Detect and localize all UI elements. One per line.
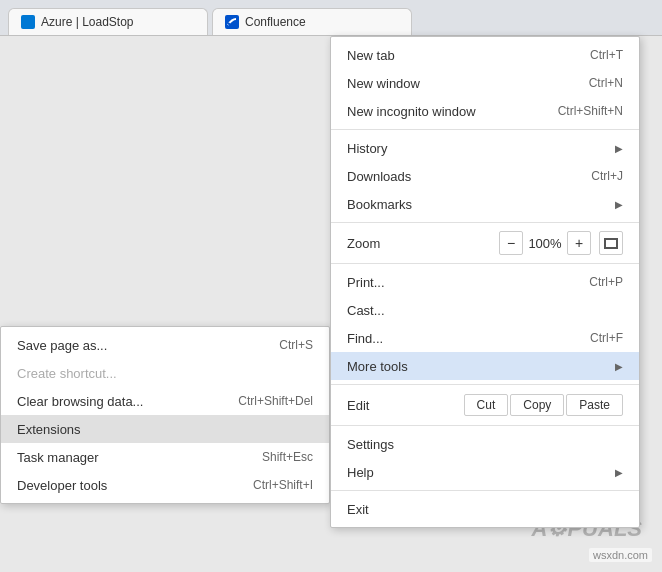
zoom-fullscreen-button[interactable] [599,231,623,255]
fullscreen-icon [604,238,618,249]
browser-tab-bar: Azure | LoadStop Confluence [0,0,662,36]
extensions-label: Extensions [17,422,313,437]
tab-azure-loadstop[interactable]: Azure | LoadStop [8,8,208,35]
edit-label: Edit [347,398,464,413]
menu-item-save-page-as[interactable]: Save page as... Ctrl+S [1,331,329,359]
print-label: Print... [347,275,565,290]
create-shortcut-label: Create shortcut... [17,366,313,381]
menu-item-exit[interactable]: Exit [331,495,639,523]
zoom-label: Zoom [347,236,499,251]
separator-2 [331,222,639,223]
task-manager-shortcut: Shift+Esc [262,450,313,464]
history-label: History [347,141,611,156]
zoom-plus-button[interactable]: + [567,231,591,255]
zoom-value: 100% [527,236,563,251]
exit-label: Exit [347,502,623,517]
save-page-as-label: Save page as... [17,338,255,353]
more-tools-label: More tools [347,359,611,374]
help-label: Help [347,465,611,480]
new-incognito-shortcut: Ctrl+Shift+N [558,104,623,118]
downloads-label: Downloads [347,169,567,184]
new-window-shortcut: Ctrl+N [589,76,623,90]
main-content: A⚙PUALS wsxdn.com Save page as... Ctrl+S… [0,36,662,572]
new-incognito-label: New incognito window [347,104,534,119]
new-window-label: New window [347,76,565,91]
menu-item-extensions[interactable]: Extensions [1,415,329,443]
tab-favicon-confluence [225,15,239,29]
more-tools-submenu: Save page as... Ctrl+S Create shortcut..… [0,326,330,504]
find-label: Find... [347,331,566,346]
menu-item-new-incognito[interactable]: New incognito window Ctrl+Shift+N [331,97,639,125]
menu-item-bookmarks[interactable]: Bookmarks ▶ [331,190,639,218]
new-tab-shortcut: Ctrl+T [590,48,623,62]
save-page-as-shortcut: Ctrl+S [279,338,313,352]
menu-item-new-tab[interactable]: New tab Ctrl+T [331,41,639,69]
copy-button[interactable]: Copy [510,394,564,416]
edit-row: Edit Cut Copy Paste [331,389,639,421]
menu-item-create-shortcut[interactable]: Create shortcut... [1,359,329,387]
developer-tools-label: Developer tools [17,478,229,493]
menu-item-more-tools[interactable]: More tools ▶ [331,352,639,380]
menu-item-clear-browsing-data[interactable]: Clear browsing data... Ctrl+Shift+Del [1,387,329,415]
downloads-shortcut: Ctrl+J [591,169,623,183]
zoom-minus-button[interactable]: − [499,231,523,255]
tab-confluence[interactable]: Confluence [212,8,412,35]
chrome-context-menu: New tab Ctrl+T New window Ctrl+N New inc… [330,36,640,528]
tab-label-confluence: Confluence [245,15,306,29]
history-arrow: ▶ [615,143,623,154]
bookmarks-label: Bookmarks [347,197,611,212]
zoom-row: Zoom − 100% + [331,227,639,259]
menu-item-settings[interactable]: Settings [331,430,639,458]
cut-button[interactable]: Cut [464,394,509,416]
menu-item-downloads[interactable]: Downloads Ctrl+J [331,162,639,190]
separator-5 [331,425,639,426]
more-tools-arrow: ▶ [615,361,623,372]
find-shortcut: Ctrl+F [590,331,623,345]
separator-4 [331,384,639,385]
menu-container: Save page as... Ctrl+S Create shortcut..… [0,36,662,572]
new-tab-label: New tab [347,48,566,63]
menu-item-history[interactable]: History ▶ [331,134,639,162]
separator-6 [331,490,639,491]
paste-button[interactable]: Paste [566,394,623,416]
menu-item-task-manager[interactable]: Task manager Shift+Esc [1,443,329,471]
menu-item-new-window[interactable]: New window Ctrl+N [331,69,639,97]
clear-browsing-data-label: Clear browsing data... [17,394,214,409]
edit-buttons: Cut Copy Paste [464,394,623,416]
tab-label-azure: Azure | LoadStop [41,15,134,29]
settings-label: Settings [347,437,623,452]
zoom-controls: − 100% + [499,231,623,255]
menu-item-cast[interactable]: Cast... [331,296,639,324]
menu-item-help[interactable]: Help ▶ [331,458,639,486]
tab-favicon-azure [21,15,35,29]
menu-item-developer-tools[interactable]: Developer tools Ctrl+Shift+I [1,471,329,499]
separator-1 [331,129,639,130]
bookmarks-arrow: ▶ [615,199,623,210]
separator-3 [331,263,639,264]
print-shortcut: Ctrl+P [589,275,623,289]
clear-browsing-data-shortcut: Ctrl+Shift+Del [238,394,313,408]
cast-label: Cast... [347,303,623,318]
help-arrow: ▶ [615,467,623,478]
menu-item-find[interactable]: Find... Ctrl+F [331,324,639,352]
developer-tools-shortcut: Ctrl+Shift+I [253,478,313,492]
task-manager-label: Task manager [17,450,238,465]
menu-item-print[interactable]: Print... Ctrl+P [331,268,639,296]
